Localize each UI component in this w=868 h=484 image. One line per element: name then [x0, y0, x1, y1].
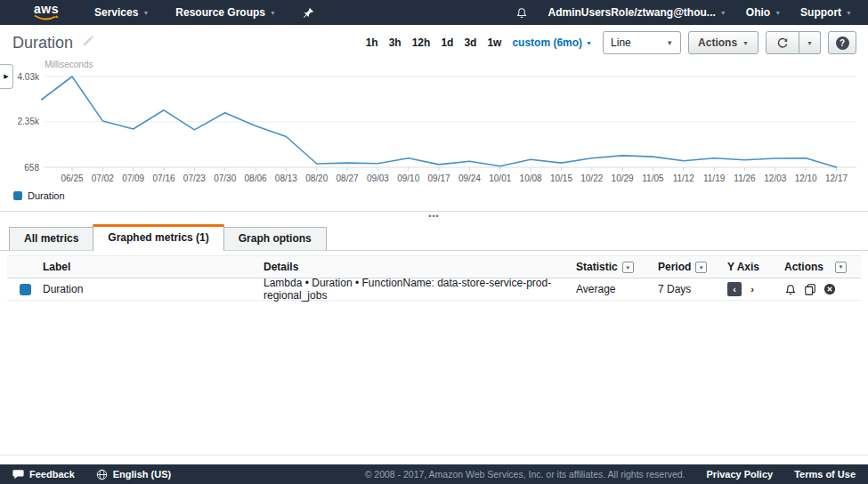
tab-all-metrics[interactable]: All metrics — [9, 227, 93, 250]
privacy-policy-link[interactable]: Privacy Policy — [707, 469, 774, 480]
help-button[interactable]: ? — [828, 31, 856, 54]
range-1h[interactable]: 1h — [366, 36, 378, 49]
aws-logo[interactable]: aws — [34, 4, 61, 21]
svg-text:12/17: 12/17 — [825, 173, 848, 183]
chart-type-value: Line — [611, 36, 631, 49]
chevron-down-icon: ▼ — [586, 40, 592, 46]
resize-drag-handle[interactable]: ••• — [428, 213, 439, 221]
footer-left: Feedback English (US) — [12, 469, 171, 480]
svg-text:09/10: 09/10 — [397, 173, 419, 183]
range-12h[interactable]: 12h — [412, 36, 431, 49]
refresh-options-button[interactable]: ▼ — [799, 31, 821, 54]
pinned-shortcut-icon[interactable] — [303, 7, 314, 19]
aws-smile-icon — [34, 14, 59, 22]
edit-all-period-icon[interactable]: ▼ — [695, 262, 707, 273]
chevron-down-icon: ▼ — [666, 39, 673, 47]
column-actions-label: Actions — [784, 261, 823, 273]
metric-actions-cell — [784, 283, 861, 296]
graphed-metrics-panel: Label Details Statistic▼ Period▼ Y Axis … — [0, 251, 868, 456]
custom-range-label: custom (6mo) — [512, 36, 582, 49]
table-header-row: Label Details Statistic▼ Period▼ Y Axis … — [7, 255, 861, 278]
range-3d[interactable]: 3d — [464, 36, 476, 49]
svg-text:10/08: 10/08 — [520, 173, 542, 183]
actions-button[interactable]: Actions ▼ — [688, 31, 758, 54]
y-axis-right-button[interactable]: › — [745, 282, 759, 296]
tab-graphed-metrics[interactable]: Graphed metrics (1) — [93, 224, 223, 251]
legend-color-swatch — [13, 191, 22, 200]
svg-text:07/23: 07/23 — [183, 173, 206, 183]
actions-label: Actions — [698, 36, 737, 49]
chevron-down-icon: ▼ — [775, 10, 781, 16]
metric-details-cell: Lambda • Duration • FunctionName: data-s… — [264, 277, 576, 302]
tab-graph-options[interactable]: Graph options — [223, 227, 327, 250]
legend-label: Duration — [28, 190, 65, 201]
column-statistic-label: Statistic — [576, 261, 618, 273]
support-menu[interactable]: Support ▼ — [800, 6, 852, 19]
resource-groups-menu[interactable]: Resource Groups ▼ — [175, 6, 276, 19]
metric-table-row: Duration Lambda • Duration • FunctionNam… — [7, 278, 861, 301]
cloudwatch-metrics-page: aws Services ▼ Resource Groups ▼ — [0, 0, 868, 484]
edit-all-statistic-icon[interactable]: ▼ — [622, 262, 634, 273]
page-footer: Feedback English (US) © 2008 - 2017, Ama… — [0, 464, 868, 484]
svg-text:11/05: 11/05 — [642, 173, 664, 183]
svg-text:07/09: 07/09 — [122, 173, 144, 183]
svg-text:10/22: 10/22 — [580, 173, 603, 183]
svg-text:07/16: 07/16 — [153, 173, 175, 183]
language-selector[interactable]: English (US) — [96, 469, 171, 480]
graph-header-row: Duration 1h 3h 12h 1d 3d 1w custom (6mo)… — [0, 27, 868, 59]
svg-text:08/06: 08/06 — [245, 173, 267, 183]
edit-all-actions-icon[interactable]: ▼ — [835, 262, 847, 273]
range-1d[interactable]: 1d — [441, 36, 453, 49]
remove-metric-icon[interactable] — [823, 283, 836, 295]
svg-text:09/17: 09/17 — [428, 173, 450, 183]
refresh-icon — [776, 36, 789, 49]
column-details: Details — [264, 261, 576, 273]
svg-text:08/27: 08/27 — [337, 173, 359, 183]
svg-text:07/30: 07/30 — [214, 173, 236, 183]
y-axis-left-button[interactable]: ‹ — [727, 282, 742, 296]
row-checkbox-cell — [7, 284, 43, 295]
metrics-table: Label Details Statistic▼ Period▼ Y Axis … — [7, 255, 861, 301]
chevron-down-icon: ▼ — [807, 40, 813, 46]
svg-text:10/01: 10/01 — [489, 173, 511, 183]
svg-text:07/02: 07/02 — [92, 173, 114, 183]
metric-period-cell[interactable]: 7 Days — [658, 283, 727, 295]
chart-legend[interactable]: Duration — [13, 190, 65, 201]
copyright-text: © 2008 - 2017, Amazon Web Services, Inc.… — [365, 469, 685, 480]
column-statistic: Statistic▼ — [576, 261, 658, 274]
support-label: Support — [800, 6, 841, 19]
range-1w[interactable]: 1w — [487, 36, 501, 49]
region-menu[interactable]: Ohio ▼ — [746, 6, 781, 19]
column-period-label: Period — [658, 261, 691, 273]
svg-text:09/03: 09/03 — [367, 173, 389, 183]
duration-line-chart[interactable]: 4.03k2.35k658Milliseconds06/2507/0207/09… — [0, 59, 868, 188]
metric-label-cell: Duration — [43, 283, 264, 295]
custom-range-dropdown[interactable]: custom (6mo) ▼ — [512, 36, 592, 49]
metrics-tabbar: All metrics Graphed metrics (1) Graph op… — [0, 225, 868, 251]
edit-title-pencil-icon[interactable] — [82, 35, 93, 51]
feedback-label: Feedback — [29, 469, 75, 480]
chevron-down-icon: ▼ — [846, 10, 852, 16]
feedback-button[interactable]: Feedback — [12, 469, 75, 480]
create-alarm-bell-icon[interactable] — [784, 283, 797, 296]
top-nav-menus: Services ▼ Resource Groups ▼ — [94, 6, 314, 19]
notifications-bell-icon[interactable] — [515, 6, 528, 20]
column-actions: Actions▼ — [784, 261, 861, 273]
chevron-down-icon: ▼ — [720, 10, 726, 16]
language-label: English (US) — [113, 469, 171, 480]
duplicate-metric-icon[interactable] — [804, 283, 816, 295]
metric-statistic-cell[interactable]: Average — [576, 283, 658, 295]
chart-type-select[interactable]: Line ▼ — [603, 31, 681, 54]
svg-text:658: 658 — [24, 163, 39, 173]
range-3h[interactable]: 3h — [389, 36, 402, 49]
metric-yaxis-cell: ‹ › — [727, 282, 784, 296]
footer-right: © 2008 - 2017, Amazon Web Services, Inc.… — [365, 469, 856, 480]
metric-color-checkbox[interactable] — [20, 284, 31, 295]
time-range-links: 1h 3h 12h 1d 3d 1w custom (6mo) ▼ — [366, 36, 592, 49]
svg-text:08/20: 08/20 — [305, 173, 328, 183]
account-menu[interactable]: AdminUsersRole/ztwang@thou... ▼ — [548, 6, 726, 19]
refresh-button[interactable] — [766, 31, 799, 54]
terms-of-use-link[interactable]: Terms of Use — [794, 469, 856, 480]
column-label: Label — [43, 261, 264, 273]
services-menu[interactable]: Services ▼ — [94, 6, 149, 19]
